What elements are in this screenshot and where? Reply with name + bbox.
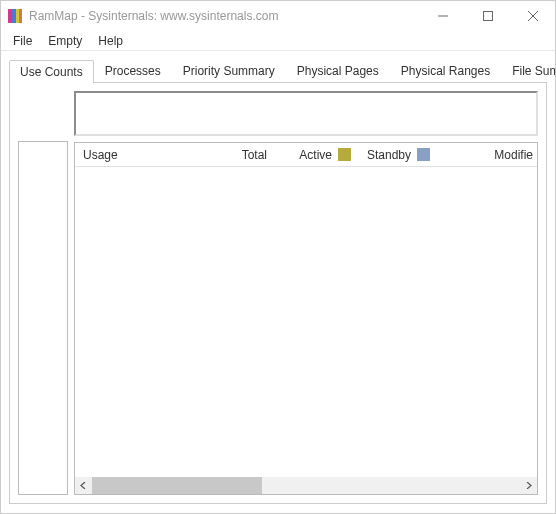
tab-panel-use-counts: Usage Total Active Standby Modifie bbox=[9, 83, 547, 504]
tab-priority-summary[interactable]: Priority Summary bbox=[172, 59, 286, 82]
maximize-button[interactable] bbox=[465, 1, 510, 31]
usage-legend-list[interactable] bbox=[18, 141, 68, 495]
column-label-active: Active bbox=[299, 148, 332, 162]
close-button[interactable] bbox=[510, 1, 555, 31]
tab-use-counts[interactable]: Use Counts bbox=[9, 60, 94, 83]
svg-rect-2 bbox=[16, 9, 19, 23]
tab-physical-pages[interactable]: Physical Pages bbox=[286, 59, 390, 82]
content-area: Use Counts Processes Priority Summary Ph… bbox=[1, 51, 555, 513]
column-header-standby[interactable]: Standby bbox=[355, 148, 445, 162]
tabs-row: Use Counts Processes Priority Summary Ph… bbox=[9, 59, 547, 83]
column-header-active[interactable]: Active bbox=[275, 148, 355, 162]
svg-rect-3 bbox=[19, 9, 22, 23]
column-header-modified[interactable]: Modifie bbox=[445, 148, 537, 162]
window-title: RamMap - Sysinternals: www.sysinternals.… bbox=[29, 9, 420, 23]
column-header-usage[interactable]: Usage bbox=[75, 148, 205, 162]
column-header-total[interactable]: Total bbox=[205, 148, 275, 162]
tab-physical-ranges[interactable]: Physical Ranges bbox=[390, 59, 501, 82]
svg-rect-5 bbox=[483, 12, 492, 21]
tab-file-summary[interactable]: File Summary bbox=[501, 59, 556, 82]
usage-table: Usage Total Active Standby Modifie bbox=[74, 142, 538, 495]
left-pane bbox=[18, 91, 68, 495]
menu-help[interactable]: Help bbox=[90, 32, 131, 50]
menu-empty[interactable]: Empty bbox=[40, 32, 90, 50]
minimize-button[interactable] bbox=[420, 1, 465, 31]
menubar: File Empty Help bbox=[1, 31, 555, 51]
scroll-left-button[interactable] bbox=[75, 477, 92, 494]
app-icon bbox=[7, 8, 23, 24]
scroll-thumb[interactable] bbox=[92, 477, 262, 494]
table-header: Usage Total Active Standby Modifie bbox=[75, 143, 537, 167]
table-rows[interactable] bbox=[75, 167, 537, 477]
column-label-standby: Standby bbox=[367, 148, 411, 162]
active-swatch-icon bbox=[338, 148, 351, 161]
window-controls bbox=[420, 1, 555, 31]
tab-processes[interactable]: Processes bbox=[94, 59, 172, 82]
standby-swatch-icon bbox=[417, 148, 430, 161]
menu-file[interactable]: File bbox=[5, 32, 40, 50]
scroll-right-button[interactable] bbox=[520, 477, 537, 494]
svg-rect-1 bbox=[12, 9, 16, 23]
horizontal-scrollbar[interactable] bbox=[75, 477, 537, 494]
right-pane: Usage Total Active Standby Modifie bbox=[74, 91, 538, 495]
usage-chart bbox=[74, 91, 538, 136]
scroll-track[interactable] bbox=[92, 477, 520, 494]
svg-rect-0 bbox=[8, 9, 12, 23]
titlebar: RamMap - Sysinternals: www.sysinternals.… bbox=[1, 1, 555, 31]
left-spacer bbox=[18, 91, 68, 141]
